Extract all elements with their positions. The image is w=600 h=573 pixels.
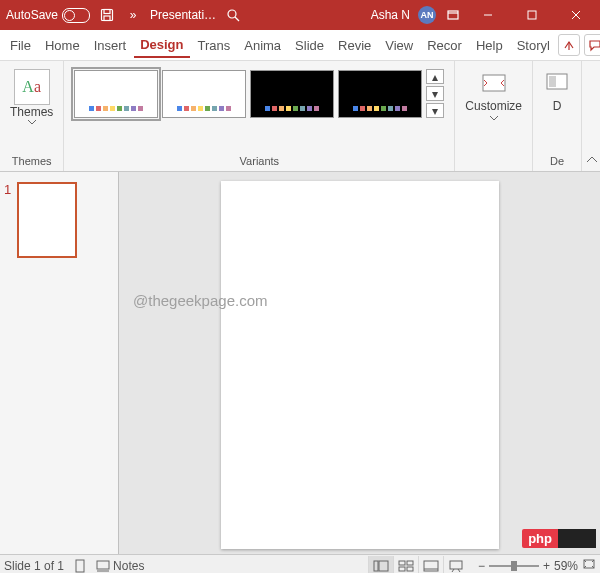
variants-group: ▴ ▾ ▾ Variants [64, 61, 455, 171]
themes-button[interactable]: Aa Themes [6, 65, 57, 129]
watermark: @thegeekpage.com [133, 292, 267, 309]
tab-animations[interactable]: Anima [238, 34, 287, 57]
user-avatar[interactable]: AN [418, 6, 436, 24]
slide-size-icon [480, 69, 508, 97]
reading-view-button[interactable] [418, 556, 443, 574]
notes-button[interactable]: Notes [96, 559, 144, 573]
designer-group: D De [533, 61, 582, 171]
designer-icon [543, 69, 571, 97]
chevron-down-icon [489, 115, 499, 121]
tab-record[interactable]: Recor [421, 34, 468, 57]
thumbnail-preview [17, 182, 77, 258]
svg-rect-26 [450, 561, 462, 569]
tab-slideshow[interactable]: Slide [289, 34, 330, 57]
svg-rect-23 [407, 567, 413, 571]
zoom-out-button[interactable]: − [478, 559, 485, 573]
tab-design[interactable]: Design [134, 33, 189, 58]
svg-rect-18 [374, 561, 378, 571]
tab-review[interactable]: Revie [332, 34, 377, 57]
search-icon[interactable] [224, 6, 242, 24]
normal-view-button[interactable] [368, 556, 393, 574]
ribbon-tabs: File Home Insert Design Trans Anima Slid… [0, 30, 600, 61]
tab-view[interactable]: View [379, 34, 419, 57]
tab-home[interactable]: Home [39, 34, 86, 57]
svg-rect-15 [76, 560, 84, 572]
themes-group: Aa Themes Themes [0, 61, 64, 171]
svg-rect-0 [102, 10, 113, 21]
tab-file[interactable]: File [4, 34, 37, 57]
thumbnail-pane[interactable]: 1 [0, 172, 119, 554]
slide-counter[interactable]: Slide 1 of 1 [4, 559, 64, 573]
user-name: Asha N [371, 8, 410, 22]
slideshow-button[interactable] [443, 556, 468, 574]
autosave-toggle[interactable]: AutoSave [6, 8, 90, 23]
share-button[interactable] [558, 34, 580, 56]
close-button[interactable] [558, 0, 594, 30]
fit-button[interactable] [582, 558, 596, 573]
edit-area: 1 @thegeekpage.com php [0, 172, 600, 554]
save-icon[interactable] [98, 6, 116, 24]
svg-rect-22 [399, 567, 405, 571]
scroll-down-icon: ▾ [426, 86, 444, 101]
variant-2[interactable] [162, 70, 246, 118]
toggle-off-icon [62, 8, 90, 23]
file-title: Presentati… [150, 8, 216, 22]
zoom-slider[interactable] [489, 565, 539, 567]
minimize-button[interactable] [470, 0, 506, 30]
svg-rect-8 [528, 11, 536, 19]
scroll-up-icon: ▴ [426, 69, 444, 84]
variant-4[interactable] [338, 70, 422, 118]
maximize-button[interactable] [514, 0, 550, 30]
sorter-view-button[interactable] [393, 556, 418, 574]
ribbon-options-icon[interactable] [444, 6, 462, 24]
tab-transitions[interactable]: Trans [192, 34, 237, 57]
slide-thumbnail[interactable]: 1 [4, 182, 114, 258]
svg-rect-1 [104, 10, 110, 14]
slide[interactable] [221, 181, 499, 549]
themes-icon: Aa [14, 69, 50, 105]
customize-button[interactable]: Customize [461, 65, 526, 125]
statusbar: Slide 1 of 1 Notes − + 59% [0, 554, 600, 573]
slide-canvas[interactable]: @thegeekpage.com php [119, 172, 600, 554]
variants-more[interactable]: ▴ ▾ ▾ [426, 69, 444, 118]
tab-help[interactable]: Help [470, 34, 509, 57]
zoom-level: 59% [554, 559, 578, 573]
quick-more-icon[interactable]: » [124, 6, 142, 24]
zoom-control[interactable]: − + 59% [478, 558, 596, 573]
variant-1[interactable] [74, 70, 158, 118]
svg-line-4 [235, 17, 239, 21]
php-badge: php [522, 529, 596, 548]
chevron-down-icon [27, 119, 37, 125]
more-icon: ▾ [426, 103, 444, 118]
svg-rect-5 [448, 11, 458, 19]
zoom-in-button[interactable]: + [543, 559, 550, 573]
svg-rect-20 [399, 561, 405, 565]
comments-button[interactable] [584, 34, 600, 56]
tab-storyline[interactable]: Storyl [511, 34, 556, 57]
tab-insert[interactable]: Insert [88, 34, 133, 57]
customize-group: Customize [455, 61, 533, 171]
designer-button[interactable]: D [539, 65, 575, 117]
svg-rect-2 [104, 16, 110, 21]
accessibility-button[interactable] [74, 559, 86, 573]
collapse-ribbon-icon[interactable] [586, 153, 598, 167]
svg-rect-21 [407, 561, 413, 565]
titlebar: AutoSave » Presentati… Asha N AN [0, 0, 600, 30]
variant-3[interactable] [250, 70, 334, 118]
svg-rect-19 [379, 561, 388, 571]
ribbon-design: Aa Themes Themes ▴ ▾ ▾ Variants Customiz… [0, 61, 600, 172]
svg-point-3 [228, 10, 236, 18]
svg-rect-14 [549, 76, 556, 87]
svg-rect-16 [97, 561, 109, 569]
